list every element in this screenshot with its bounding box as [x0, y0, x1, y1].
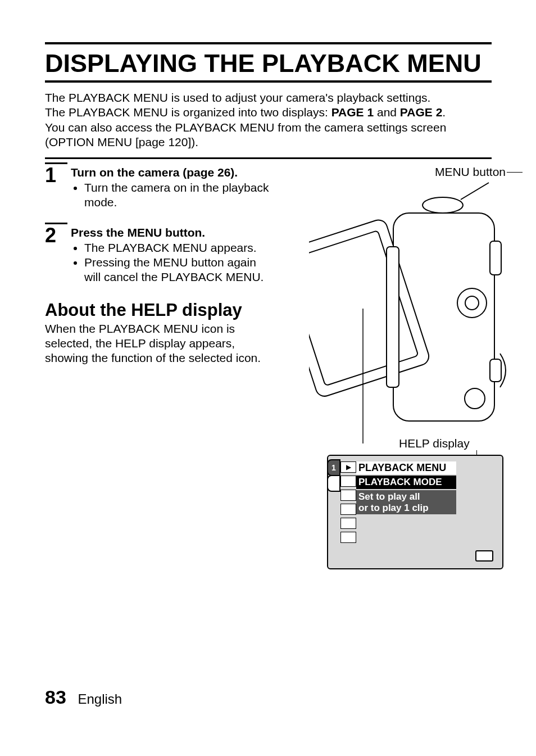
menu-button-label: MENU button — [435, 165, 506, 179]
subtext-help-display: When the PLAYBACK MENU icon is selected,… — [45, 322, 270, 366]
subheading-help-display: About the HELP display — [45, 300, 270, 320]
play-icon: ▶ — [340, 461, 356, 473]
page-tab-1: 1 — [327, 459, 340, 476]
step-1: 1 Turn on the camera (page 26). Turn the… — [45, 162, 270, 210]
step-1-number: 1 — [45, 162, 67, 185]
svg-point-1 — [423, 197, 463, 213]
footer-language: English — [78, 691, 122, 707]
intro-and: and — [374, 106, 400, 119]
intro-line3: You can also access the PLAYBACK MENU fr… — [45, 121, 446, 148]
menu-button-leader — [507, 172, 523, 173]
top-rule — [45, 42, 492, 44]
protect-icon — [340, 504, 356, 515]
svg-rect-10 — [387, 247, 399, 387]
step-2-number: 2 — [45, 223, 67, 246]
svg-rect-3 — [490, 241, 501, 275]
svg-line-2 — [461, 183, 489, 200]
camera-figure: MENU button — [287, 162, 523, 578]
intro-line1: The PLAYBACK MENU is used to adjust your… — [45, 91, 430, 104]
help-display-label: HELP display — [399, 437, 470, 450]
svg-rect-4 — [490, 359, 501, 382]
step-1-bullet-1: Turn the camera on in the playback mode. — [84, 180, 270, 210]
intro-line2a: The PLAYBACK MENU is organized into two … — [45, 106, 331, 119]
title-underline — [45, 80, 492, 83]
screen-help-line1: Set to play all — [358, 491, 420, 502]
screen-help-line2: or to play 1 clip — [358, 503, 429, 513]
svg-point-7 — [465, 296, 479, 310]
battery-icon — [475, 550, 493, 562]
intro-paragraph: The PLAYBACK MENU is used to adjust your… — [45, 90, 492, 150]
page-footer: 83 English — [45, 686, 122, 708]
screen-playback-menu-title: PLAYBACK MENU — [356, 461, 456, 474]
screen-playback-mode: PLAYBACK MODE — [356, 476, 456, 489]
step-1-head: Turn on the camera (page 26). — [71, 166, 270, 179]
step-2-bullet-2: Pressing the MENU button again will canc… — [84, 255, 270, 285]
movie-icon — [340, 476, 356, 487]
screen-help-text: Set to play all or to play 1 clip — [356, 490, 456, 514]
step-2: 2 Press the MENU button. The PLAYBACK ME… — [45, 223, 270, 285]
lcd-screen: 1 ▶ PLAYBACK MENU PLAYBACK MODE Set to p… — [327, 455, 503, 569]
volume-icon — [340, 490, 356, 501]
delete-icon — [340, 518, 356, 529]
page-number: 83 — [45, 686, 66, 708]
svg-point-5 — [465, 388, 485, 409]
page-title: DISPLAYING THE PLAYBACK MENU — [45, 49, 492, 78]
copy-icon — [340, 532, 356, 543]
step-2-bullet-1: The PLAYBACK MENU appears. — [84, 241, 270, 255]
step-2-head: Press the MENU button. — [71, 226, 270, 239]
intro-page1: PAGE 1 — [331, 106, 374, 119]
intro-page2: PAGE 2 — [400, 106, 442, 119]
page-tab-2 — [327, 475, 340, 492]
intro-rule — [45, 157, 492, 159]
intro-line2b: . — [442, 106, 446, 119]
